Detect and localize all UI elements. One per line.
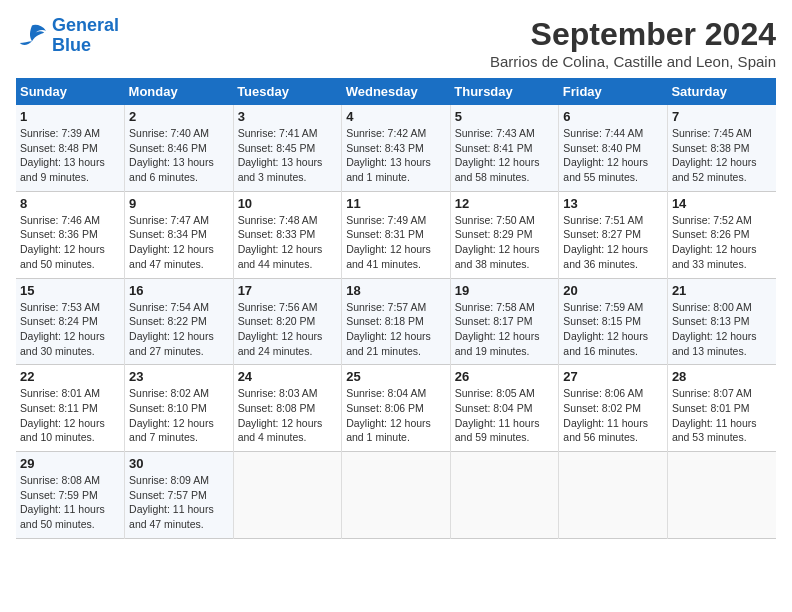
day-cell [342, 452, 451, 539]
day-cell: 8Sunrise: 7:46 AM Sunset: 8:36 PM Daylig… [16, 191, 125, 278]
day-cell: 2Sunrise: 7:40 AM Sunset: 8:46 PM Daylig… [125, 105, 234, 191]
day-cell: 1Sunrise: 7:39 AM Sunset: 8:48 PM Daylig… [16, 105, 125, 191]
day-cell: 16Sunrise: 7:54 AM Sunset: 8:22 PM Dayli… [125, 278, 234, 365]
day-number: 22 [20, 369, 120, 384]
week-row-1: 1Sunrise: 7:39 AM Sunset: 8:48 PM Daylig… [16, 105, 776, 191]
header-saturday: Saturday [667, 78, 776, 105]
header-tuesday: Tuesday [233, 78, 342, 105]
week-row-2: 8Sunrise: 7:46 AM Sunset: 8:36 PM Daylig… [16, 191, 776, 278]
day-info: Sunrise: 7:51 AM Sunset: 8:27 PM Dayligh… [563, 213, 663, 272]
day-cell: 14Sunrise: 7:52 AM Sunset: 8:26 PM Dayli… [667, 191, 776, 278]
day-number: 2 [129, 109, 229, 124]
day-cell: 15Sunrise: 7:53 AM Sunset: 8:24 PM Dayli… [16, 278, 125, 365]
page-header: General Blue September 2024 Barrios de C… [16, 16, 776, 70]
day-number: 28 [672, 369, 772, 384]
day-cell [667, 452, 776, 539]
day-number: 6 [563, 109, 663, 124]
day-cell: 28Sunrise: 8:07 AM Sunset: 8:01 PM Dayli… [667, 365, 776, 452]
day-info: Sunrise: 7:59 AM Sunset: 8:15 PM Dayligh… [563, 300, 663, 359]
day-number: 1 [20, 109, 120, 124]
day-info: Sunrise: 8:05 AM Sunset: 8:04 PM Dayligh… [455, 386, 555, 445]
day-cell: 26Sunrise: 8:05 AM Sunset: 8:04 PM Dayli… [450, 365, 559, 452]
day-number: 7 [672, 109, 772, 124]
day-cell: 27Sunrise: 8:06 AM Sunset: 8:02 PM Dayli… [559, 365, 668, 452]
header-friday: Friday [559, 78, 668, 105]
day-info: Sunrise: 7:43 AM Sunset: 8:41 PM Dayligh… [455, 126, 555, 185]
day-cell: 4Sunrise: 7:42 AM Sunset: 8:43 PM Daylig… [342, 105, 451, 191]
week-row-4: 22Sunrise: 8:01 AM Sunset: 8:11 PM Dayli… [16, 365, 776, 452]
day-cell: 29Sunrise: 8:08 AM Sunset: 7:59 PM Dayli… [16, 452, 125, 539]
day-info: Sunrise: 8:09 AM Sunset: 7:57 PM Dayligh… [129, 473, 229, 532]
day-cell: 22Sunrise: 8:01 AM Sunset: 8:11 PM Dayli… [16, 365, 125, 452]
day-info: Sunrise: 8:01 AM Sunset: 8:11 PM Dayligh… [20, 386, 120, 445]
day-cell: 24Sunrise: 8:03 AM Sunset: 8:08 PM Dayli… [233, 365, 342, 452]
day-info: Sunrise: 8:06 AM Sunset: 8:02 PM Dayligh… [563, 386, 663, 445]
day-info: Sunrise: 7:49 AM Sunset: 8:31 PM Dayligh… [346, 213, 446, 272]
day-cell: 23Sunrise: 8:02 AM Sunset: 8:10 PM Dayli… [125, 365, 234, 452]
day-number: 25 [346, 369, 446, 384]
day-number: 18 [346, 283, 446, 298]
day-number: 4 [346, 109, 446, 124]
day-cell: 25Sunrise: 8:04 AM Sunset: 8:06 PM Dayli… [342, 365, 451, 452]
day-number: 12 [455, 196, 555, 211]
day-cell: 18Sunrise: 7:57 AM Sunset: 8:18 PM Dayli… [342, 278, 451, 365]
day-number: 13 [563, 196, 663, 211]
day-cell: 9Sunrise: 7:47 AM Sunset: 8:34 PM Daylig… [125, 191, 234, 278]
header-monday: Monday [125, 78, 234, 105]
month-title: September 2024 [490, 16, 776, 53]
day-cell: 13Sunrise: 7:51 AM Sunset: 8:27 PM Dayli… [559, 191, 668, 278]
title-block: September 2024 Barrios de Colina, Castil… [490, 16, 776, 70]
header-wednesday: Wednesday [342, 78, 451, 105]
day-info: Sunrise: 8:03 AM Sunset: 8:08 PM Dayligh… [238, 386, 338, 445]
day-number: 29 [20, 456, 120, 471]
location: Barrios de Colina, Castille and Leon, Sp… [490, 53, 776, 70]
day-info: Sunrise: 7:50 AM Sunset: 8:29 PM Dayligh… [455, 213, 555, 272]
day-info: Sunrise: 7:57 AM Sunset: 8:18 PM Dayligh… [346, 300, 446, 359]
day-info: Sunrise: 8:02 AM Sunset: 8:10 PM Dayligh… [129, 386, 229, 445]
day-cell: 5Sunrise: 7:43 AM Sunset: 8:41 PM Daylig… [450, 105, 559, 191]
day-cell: 21Sunrise: 8:00 AM Sunset: 8:13 PM Dayli… [667, 278, 776, 365]
day-cell [450, 452, 559, 539]
day-info: Sunrise: 7:56 AM Sunset: 8:20 PM Dayligh… [238, 300, 338, 359]
day-cell: 17Sunrise: 7:56 AM Sunset: 8:20 PM Dayli… [233, 278, 342, 365]
day-cell [233, 452, 342, 539]
day-cell: 6Sunrise: 7:44 AM Sunset: 8:40 PM Daylig… [559, 105, 668, 191]
day-info: Sunrise: 7:42 AM Sunset: 8:43 PM Dayligh… [346, 126, 446, 185]
day-info: Sunrise: 7:47 AM Sunset: 8:34 PM Dayligh… [129, 213, 229, 272]
day-info: Sunrise: 7:44 AM Sunset: 8:40 PM Dayligh… [563, 126, 663, 185]
day-info: Sunrise: 7:48 AM Sunset: 8:33 PM Dayligh… [238, 213, 338, 272]
day-info: Sunrise: 8:08 AM Sunset: 7:59 PM Dayligh… [20, 473, 120, 532]
day-info: Sunrise: 7:45 AM Sunset: 8:38 PM Dayligh… [672, 126, 772, 185]
day-cell: 12Sunrise: 7:50 AM Sunset: 8:29 PM Dayli… [450, 191, 559, 278]
day-info: Sunrise: 7:53 AM Sunset: 8:24 PM Dayligh… [20, 300, 120, 359]
day-number: 17 [238, 283, 338, 298]
day-info: Sunrise: 7:41 AM Sunset: 8:45 PM Dayligh… [238, 126, 338, 185]
day-number: 5 [455, 109, 555, 124]
day-number: 30 [129, 456, 229, 471]
day-info: Sunrise: 7:54 AM Sunset: 8:22 PM Dayligh… [129, 300, 229, 359]
day-cell: 10Sunrise: 7:48 AM Sunset: 8:33 PM Dayli… [233, 191, 342, 278]
day-number: 11 [346, 196, 446, 211]
day-number: 14 [672, 196, 772, 211]
logo: General Blue [16, 16, 119, 56]
day-number: 10 [238, 196, 338, 211]
day-number: 9 [129, 196, 229, 211]
day-number: 20 [563, 283, 663, 298]
week-row-5: 29Sunrise: 8:08 AM Sunset: 7:59 PM Dayli… [16, 452, 776, 539]
day-number: 19 [455, 283, 555, 298]
day-number: 8 [20, 196, 120, 211]
day-info: Sunrise: 7:39 AM Sunset: 8:48 PM Dayligh… [20, 126, 120, 185]
day-cell [559, 452, 668, 539]
header-thursday: Thursday [450, 78, 559, 105]
day-info: Sunrise: 8:00 AM Sunset: 8:13 PM Dayligh… [672, 300, 772, 359]
day-number: 26 [455, 369, 555, 384]
day-info: Sunrise: 7:52 AM Sunset: 8:26 PM Dayligh… [672, 213, 772, 272]
day-info: Sunrise: 8:07 AM Sunset: 8:01 PM Dayligh… [672, 386, 772, 445]
calendar-table: SundayMondayTuesdayWednesdayThursdayFrid… [16, 78, 776, 539]
day-cell: 19Sunrise: 7:58 AM Sunset: 8:17 PM Dayli… [450, 278, 559, 365]
header-sunday: Sunday [16, 78, 125, 105]
day-cell: 3Sunrise: 7:41 AM Sunset: 8:45 PM Daylig… [233, 105, 342, 191]
day-info: Sunrise: 7:58 AM Sunset: 8:17 PM Dayligh… [455, 300, 555, 359]
day-number: 21 [672, 283, 772, 298]
day-info: Sunrise: 7:40 AM Sunset: 8:46 PM Dayligh… [129, 126, 229, 185]
